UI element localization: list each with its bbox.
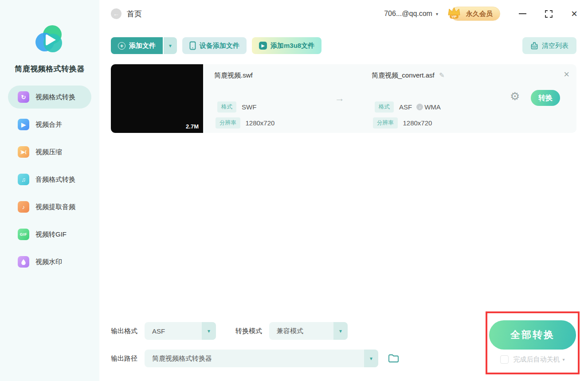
audio-note-icon: ♪ [416, 104, 423, 110]
video-convert-icon: ↻ [18, 91, 29, 103]
add-file-label: 添加文件 [129, 42, 156, 50]
output-path-label: 输出路径 [111, 354, 137, 363]
target-audio-format: ♪ WMA [416, 103, 441, 111]
chevron-down-icon[interactable]: ▼ [364, 350, 378, 367]
sidebar-item-label: 视频合并 [35, 121, 62, 129]
extract-audio-icon: ♪ [18, 201, 29, 213]
source-resolution-value: 1280x720 [246, 119, 275, 127]
sidebar-item-video-compress[interactable]: )▶( 视频压缩 [8, 140, 91, 163]
sidebar: 简鹿视频格式转换器 ↻ 视频格式转换 ▶ 视频合并 )▶( 视频压缩 ♫ 音频格… [0, 0, 99, 381]
audio-convert-icon: ♫ [18, 174, 29, 185]
convert-button[interactable]: 转换 [531, 90, 560, 106]
shutdown-caret-icon[interactable]: ▾ [562, 357, 564, 362]
add-m3u8-button[interactable]: ▶ 添加m3u8文件 [252, 37, 321, 54]
output-format-row: 输出格式 ASF ▼ 转换模式 兼容模式 ▼ [111, 322, 348, 340]
page-title: 首页 [127, 9, 142, 19]
m3u8-file-icon: ▶ [259, 42, 267, 50]
sidebar-item-video-to-gif[interactable]: GIF 视频转GIF [8, 223, 91, 246]
folder-icon [388, 354, 399, 363]
vip-badge[interactable]: VIP 永久会员 [451, 7, 500, 21]
settings-gear-icon[interactable]: ⚙ [510, 91, 520, 102]
sidebar-item-audio-format-convert[interactable]: ♫ 音频格式转换 [8, 168, 91, 191]
chevron-down-icon[interactable]: ▼ [202, 322, 216, 340]
convert-mode-label: 转换模式 [235, 327, 262, 335]
file-size-badge: 2.7M [186, 123, 199, 130]
video-merge-icon: ▶ [18, 119, 29, 130]
account-email[interactable]: 706...@qq.com [384, 10, 432, 18]
source-format-chip: 格式 [217, 101, 236, 113]
video-thumbnail: 2.7M [111, 64, 203, 133]
sidebar-nav: ↻ 视频格式转换 ▶ 视频合并 )▶( 视频压缩 ♫ 音频格式转换 ♪ 视频提取… [0, 86, 99, 273]
output-path-row: 输出路径 简鹿视频格式转换器 ▼ [111, 350, 399, 367]
main-area: ← 首页 706...@qq.com ▾ VIP 永久会员 × [99, 0, 588, 381]
source-file-name: 简鹿视频.swf [214, 71, 253, 80]
file-list-item: 2.7M 简鹿视频.swf 格式 SWF 分辨率 1280x720 → 简鹿视频… [111, 64, 576, 133]
shutdown-option-row: 完成后自动关机 ▾ [487, 355, 578, 364]
watermark-icon [18, 256, 29, 268]
account-dropdown-caret-icon[interactable]: ▾ [436, 12, 438, 16]
convert-mode-value: 兼容模式 [269, 327, 333, 335]
topbar: ← 首页 706...@qq.com ▾ VIP 永久会员 × [99, 0, 588, 27]
output-format-select[interactable]: ASF ▼ [145, 322, 216, 340]
clear-list-label: 清空列表 [542, 42, 568, 50]
close-button[interactable]: × [571, 9, 577, 18]
sidebar-item-label: 视频水印 [35, 258, 62, 266]
device-add-file-button[interactable]: 设备添加文件 [182, 37, 247, 54]
convert-direction-arrow-icon: → [335, 93, 345, 104]
remove-file-icon[interactable]: × [564, 69, 569, 80]
app-title: 简鹿视频格式转换器 [0, 64, 99, 74]
sidebar-item-label: 视频转GIF [35, 230, 67, 239]
sidebar-item-video-watermark[interactable]: 视频水印 [8, 250, 91, 273]
sidebar-item-video-format-convert[interactable]: ↻ 视频格式转换 [8, 86, 91, 109]
shutdown-checkbox[interactable] [500, 355, 509, 364]
rename-pencil-icon[interactable]: ✎ [439, 71, 445, 79]
target-audio-format-value: WMA [424, 103, 441, 111]
chevron-down-icon[interactable]: ▼ [333, 322, 348, 340]
shutdown-label: 完成后自动关机 [513, 355, 560, 364]
back-button[interactable]: ← [111, 8, 122, 19]
target-resolution-chip: 分辨率 [373, 117, 398, 128]
minimize-icon [519, 13, 526, 14]
video-compress-icon: )▶( [18, 146, 29, 158]
annotation-highlight: 全部转换 完成后自动关机 ▾ [486, 311, 580, 374]
target-format-value: ASF [399, 103, 412, 111]
add-m3u8-label: 添加m3u8文件 [270, 42, 314, 50]
sidebar-item-label: 视频提取音频 [35, 203, 75, 211]
output-format-label: 输出格式 [111, 327, 137, 335]
output-format-value: ASF [145, 327, 202, 335]
browse-folder-button[interactable] [388, 354, 399, 363]
phone-icon [189, 41, 196, 50]
convert-mode-select[interactable]: 兼容模式 ▼ [269, 322, 348, 340]
convert-all-button[interactable]: 全部转换 [489, 320, 576, 350]
sidebar-item-label: 视频格式转换 [35, 93, 75, 101]
target-format-chip: 格式 [375, 101, 394, 113]
sidebar-item-video-merge[interactable]: ▶ 视频合并 [8, 113, 91, 136]
broom-icon [530, 42, 538, 50]
sidebar-item-label: 音频格式转换 [35, 175, 75, 184]
output-path-value: 简鹿视频格式转换器 [145, 354, 364, 363]
toolbar: + 添加文件 ▼ 设备添加文件 ▶ 添加m3u8文件 清空列表 [111, 37, 576, 54]
target-file-name-text: 简鹿视频_convert.asf [372, 71, 435, 79]
gif-icon: GIF [18, 229, 29, 240]
device-add-label: 设备添加文件 [200, 42, 239, 50]
source-resolution-chip: 分辨率 [216, 117, 240, 128]
app-logo-icon [33, 23, 66, 56]
output-path-select[interactable]: 简鹿视频格式转换器 ▼ [145, 350, 378, 367]
target-resolution-value: 1280x720 [403, 119, 432, 127]
minimize-button[interactable] [519, 13, 526, 14]
sidebar-item-video-extract-audio[interactable]: ♪ 视频提取音频 [8, 195, 91, 218]
sidebar-item-label: 视频压缩 [35, 148, 62, 156]
target-file-name: 简鹿视频_convert.asf ✎ [372, 71, 444, 80]
svg-text:VIP: VIP [451, 15, 457, 18]
add-file-dropdown-caret[interactable]: ▼ [164, 37, 177, 54]
source-format-value: SWF [242, 103, 256, 111]
vip-label: 永久会员 [466, 10, 493, 18]
add-file-button[interactable]: + 添加文件 [111, 37, 163, 54]
maximize-button[interactable] [545, 10, 553, 18]
maximize-icon [545, 10, 553, 18]
plus-icon: + [118, 42, 125, 50]
clear-list-button[interactable]: 清空列表 [522, 37, 576, 54]
crown-icon: VIP [445, 4, 463, 22]
